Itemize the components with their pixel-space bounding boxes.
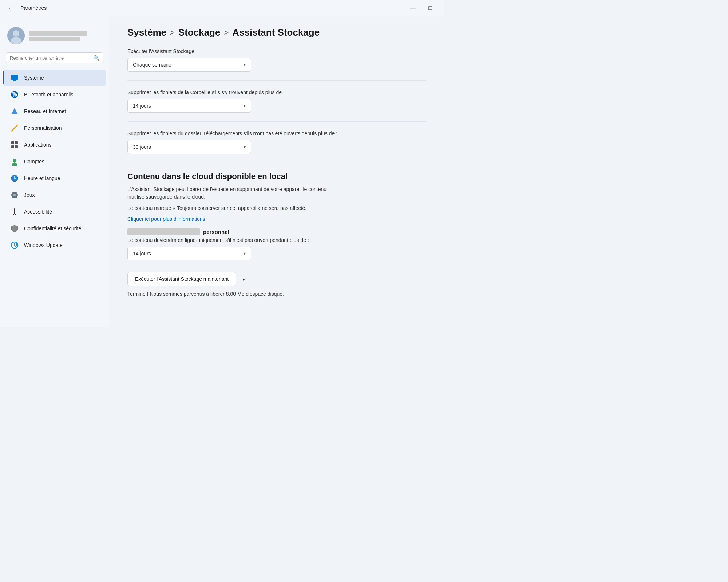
search-box[interactable]: 🔍: [6, 52, 103, 63]
breadcrumb-part1: Système: [127, 27, 166, 38]
svg-marker-8: [11, 108, 18, 114]
cloud-dropdown-arrow: ▾: [244, 251, 246, 256]
downloads-label: Supprimer les fichiers du dossier Téléch…: [127, 131, 426, 136]
svg-rect-11: [11, 141, 14, 144]
run-label: Exécuter l'Assistant Stockage: [127, 48, 426, 54]
sidebar-item-confidentialite[interactable]: Confidentialité et sécurité: [3, 220, 106, 236]
trash-dropdown[interactable]: 14 jours ▾: [127, 99, 251, 113]
svg-point-23: [16, 194, 17, 195]
title-bar-controls: — □: [405, 2, 438, 14]
sidebar-item-windows-update[interactable]: Windows Update: [3, 237, 106, 253]
sidebar-item-reseau-label: Réseau et Internet: [24, 108, 66, 114]
trash-label: Supprimer les fichiers de la Corbeille s…: [127, 89, 426, 95]
breadcrumb-part3: Assistant Stockage: [232, 27, 320, 38]
sidebar-item-perso-label: Personnalisation: [24, 125, 62, 131]
breadcrumb-sep1: >: [170, 28, 175, 37]
sidebar-item-accessibilite[interactable]: Accessibilité: [3, 204, 106, 220]
search-input[interactable]: [10, 55, 90, 61]
user-name: [29, 31, 87, 36]
divider-3: [127, 163, 426, 163]
downloads-dropdown[interactable]: 30 jours ▾: [127, 140, 251, 154]
content-area: Système > Stockage > Assistant Stockage …: [109, 16, 444, 327]
minimize-button[interactable]: —: [405, 2, 421, 14]
reseau-icon: [10, 107, 19, 116]
svg-point-16: [12, 163, 17, 166]
sidebar-item-systeme[interactable]: Système: [3, 70, 106, 86]
svg-point-1: [13, 30, 19, 37]
downloads-dropdown-arrow: ▾: [244, 144, 246, 150]
sidebar: 🔍 Système 📡 Bluetooth et appareils Résea…: [0, 16, 109, 327]
sidebar-item-perso[interactable]: Personnalisation: [3, 120, 106, 136]
cloud-dropdown[interactable]: 14 jours ▾: [127, 247, 251, 260]
run-now-checkmark: ✓: [242, 276, 247, 283]
sidebar-item-windows-update-label: Windows Update: [24, 242, 63, 248]
search-icon: 🔍: [93, 55, 99, 61]
user-email: [29, 37, 80, 41]
trash-dropdown-value: 14 jours: [133, 103, 151, 109]
bluetooth-icon: 📡: [10, 90, 19, 99]
downloads-dropdown-value: 30 jours: [133, 144, 151, 150]
run-btn-row: Exécuter l'Assistant Stockage maintenant…: [127, 272, 426, 286]
svg-rect-3: [11, 75, 18, 80]
cloud-user-label: personnel: [127, 228, 426, 235]
heure-icon: [10, 174, 19, 183]
sidebar-item-applications[interactable]: Applications: [3, 137, 106, 153]
run-dropdown[interactable]: Chaque semaine ▾: [127, 58, 251, 72]
window-title: Paramètres: [20, 5, 47, 11]
breadcrumb-sep2: >: [224, 28, 229, 37]
svg-rect-14: [15, 145, 18, 148]
main-layout: 🔍 Système 📡 Bluetooth et appareils Résea…: [0, 16, 444, 327]
avatar: [7, 27, 25, 44]
user-info: [29, 31, 87, 41]
sidebar-item-applications-label: Applications: [24, 142, 52, 148]
sidebar-item-heure[interactable]: Heure et langue: [3, 170, 106, 186]
sidebar-item-reseau[interactable]: Réseau et Internet: [3, 103, 106, 119]
breadcrumb: Système > Stockage > Assistant Stockage: [127, 27, 426, 38]
svg-rect-5: [12, 81, 17, 81]
sidebar-item-accessibilite-label: Accessibilité: [24, 209, 52, 215]
svg-line-28: [15, 213, 16, 215]
run-now-button[interactable]: Exécuter l'Assistant Stockage maintenant: [127, 272, 236, 286]
cloud-dropdown-value: 14 jours: [133, 251, 151, 256]
confidentialite-icon: [10, 224, 19, 233]
sidebar-item-systeme-label: Système: [24, 75, 44, 81]
applications-icon: [10, 140, 19, 149]
svg-point-2: [11, 37, 21, 44]
accessibilite-icon: [10, 207, 19, 216]
jeux-icon: [10, 191, 19, 199]
svg-point-15: [13, 159, 16, 163]
divider-2: [127, 121, 426, 122]
sidebar-item-bluetooth[interactable]: 📡 Bluetooth et appareils: [3, 87, 106, 103]
svg-rect-4: [13, 80, 16, 81]
sidebar-item-bluetooth-label: Bluetooth et appareils: [24, 92, 73, 97]
cloud-user-blurred: [127, 228, 200, 235]
sidebar-item-comptes-label: Comptes: [24, 159, 44, 164]
sidebar-item-confidentialite-label: Confidentialité et sécurité: [24, 226, 81, 231]
done-text: Terminé ! Nous sommes parvenus à libérer…: [127, 291, 426, 297]
sidebar-item-jeux-label: Jeux: [24, 192, 35, 198]
svg-rect-13: [11, 145, 14, 148]
user-section: [0, 23, 109, 52]
sidebar-item-heure-label: Heure et langue: [24, 175, 60, 181]
title-bar-left: ← Paramètres: [6, 3, 47, 13]
divider-1: [127, 80, 426, 81]
cloud-user-suffix: personnel: [203, 229, 229, 235]
breadcrumb-part2: Stockage: [178, 27, 221, 38]
cloud-online-label: Le contenu deviendra en ligne-uniquement…: [127, 237, 426, 243]
trash-dropdown-arrow: ▾: [244, 103, 246, 108]
cloud-text2: Le contenu marqué « Toujours conserver s…: [127, 204, 339, 212]
svg-rect-12: [15, 141, 18, 144]
cloud-link[interactable]: Cliquer ici pour plus d'informations: [127, 216, 205, 222]
sidebar-item-comptes[interactable]: Comptes: [3, 154, 106, 170]
back-button[interactable]: ←: [6, 3, 16, 13]
svg-point-22: [12, 194, 13, 195]
svg-point-24: [14, 208, 15, 210]
svg-text:📡: 📡: [12, 92, 18, 98]
title-bar: ← Paramètres — □: [0, 0, 444, 16]
maximize-button[interactable]: □: [422, 2, 438, 14]
run-dropdown-arrow: ▾: [244, 62, 246, 67]
cloud-text1: L'Assistant Stockage peut libérer de l'e…: [127, 186, 339, 201]
sidebar-item-jeux[interactable]: Jeux: [3, 187, 106, 203]
run-dropdown-value: Chaque semaine: [133, 62, 171, 68]
comptes-icon: [10, 157, 19, 166]
